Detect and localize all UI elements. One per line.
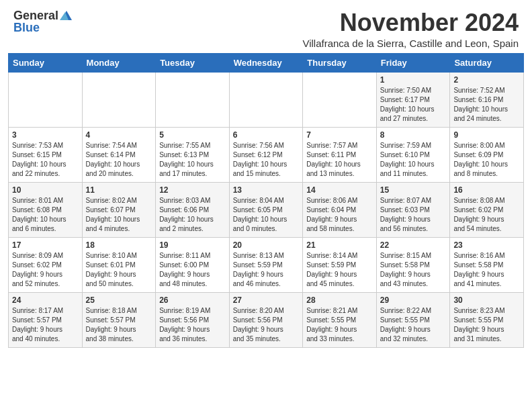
calendar-cell: 28Sunrise: 8:21 AM Sunset: 5:55 PM Dayli… [303, 292, 377, 347]
day-info: Sunrise: 8:02 AM Sunset: 6:07 PM Dayligh… [86, 196, 152, 234]
day-number: 14 [306, 185, 373, 195]
calendar-cell: 9Sunrise: 8:00 AM Sunset: 6:09 PM Daylig… [450, 127, 524, 182]
calendar-cell: 27Sunrise: 8:20 AM Sunset: 5:56 PM Dayli… [229, 292, 303, 347]
calendar-week-row: 17Sunrise: 8:09 AM Sunset: 6:02 PM Dayli… [9, 237, 524, 292]
day-number: 30 [453, 295, 520, 305]
day-number: 15 [380, 185, 447, 195]
calendar-cell: 4Sunrise: 7:54 AM Sunset: 6:14 PM Daylig… [82, 127, 156, 182]
calendar-week-row: 10Sunrise: 8:01 AM Sunset: 6:08 PM Dayli… [9, 182, 524, 237]
day-info: Sunrise: 8:08 AM Sunset: 6:02 PM Dayligh… [453, 196, 520, 234]
day-info: Sunrise: 8:04 AM Sunset: 6:05 PM Dayligh… [233, 196, 300, 234]
weekday-header: Saturday [450, 53, 524, 72]
calendar-cell: 12Sunrise: 8:03 AM Sunset: 6:06 PM Dayli… [156, 182, 230, 237]
day-number: 18 [86, 240, 152, 250]
calendar-cell: 17Sunrise: 8:09 AM Sunset: 6:02 PM Dayli… [9, 237, 83, 292]
calendar-cell: 14Sunrise: 8:06 AM Sunset: 6:04 PM Dayli… [303, 182, 377, 237]
day-number: 16 [453, 185, 520, 195]
calendar-cell: 2Sunrise: 7:52 AM Sunset: 6:16 PM Daylig… [450, 72, 524, 127]
calendar-cell: 15Sunrise: 8:07 AM Sunset: 6:03 PM Dayli… [376, 182, 450, 237]
day-info: Sunrise: 8:01 AM Sunset: 6:08 PM Dayligh… [12, 196, 79, 234]
day-info: Sunrise: 8:06 AM Sunset: 6:04 PM Dayligh… [306, 196, 373, 234]
calendar-cell [303, 72, 377, 127]
day-number: 5 [159, 130, 226, 140]
day-info: Sunrise: 8:19 AM Sunset: 5:56 PM Dayligh… [159, 306, 226, 344]
calendar-cell: 5Sunrise: 7:55 AM Sunset: 6:13 PM Daylig… [156, 127, 230, 182]
calendar-cell: 21Sunrise: 8:14 AM Sunset: 5:59 PM Dayli… [303, 237, 377, 292]
day-number: 3 [12, 130, 79, 140]
weekday-header: Friday [376, 53, 450, 72]
day-info: Sunrise: 8:11 AM Sunset: 6:00 PM Dayligh… [159, 251, 226, 289]
calendar-cell: 1Sunrise: 7:50 AM Sunset: 6:17 PM Daylig… [376, 72, 450, 127]
location-title: Villafranca de la Sierra, Castille and L… [72, 38, 519, 49]
calendar-cell: 6Sunrise: 7:56 AM Sunset: 6:12 PM Daylig… [229, 127, 303, 182]
weekday-header: Wednesday [229, 53, 303, 72]
day-number: 8 [380, 130, 447, 140]
day-info: Sunrise: 8:15 AM Sunset: 5:58 PM Dayligh… [380, 251, 447, 289]
day-info: Sunrise: 8:14 AM Sunset: 5:59 PM Dayligh… [306, 251, 373, 289]
calendar-cell: 13Sunrise: 8:04 AM Sunset: 6:05 PM Dayli… [229, 182, 303, 237]
calendar-cell: 24Sunrise: 8:17 AM Sunset: 5:57 PM Dayli… [9, 292, 83, 347]
day-number: 29 [380, 295, 447, 305]
day-info: Sunrise: 7:55 AM Sunset: 6:13 PM Dayligh… [159, 141, 226, 179]
day-info: Sunrise: 8:09 AM Sunset: 6:02 PM Dayligh… [12, 251, 79, 289]
day-info: Sunrise: 8:03 AM Sunset: 6:06 PM Dayligh… [159, 196, 226, 234]
weekday-header: Tuesday [156, 53, 230, 72]
calendar-cell: 8Sunrise: 7:59 AM Sunset: 6:10 PM Daylig… [376, 127, 450, 182]
calendar-cell: 30Sunrise: 8:23 AM Sunset: 5:55 PM Dayli… [450, 292, 524, 347]
calendar-cell: 25Sunrise: 8:18 AM Sunset: 5:57 PM Dayli… [82, 292, 156, 347]
day-number: 24 [12, 295, 79, 305]
calendar-cell [229, 72, 303, 127]
calendar-cell [9, 72, 83, 127]
day-number: 10 [12, 185, 79, 195]
day-number: 13 [233, 185, 300, 195]
day-number: 27 [233, 295, 300, 305]
calendar-cell: 26Sunrise: 8:19 AM Sunset: 5:56 PM Dayli… [156, 292, 230, 347]
calendar-cell: 11Sunrise: 8:02 AM Sunset: 6:07 PM Dayli… [82, 182, 156, 237]
day-number: 22 [380, 240, 447, 250]
calendar-cell: 7Sunrise: 7:57 AM Sunset: 6:11 PM Daylig… [303, 127, 377, 182]
day-info: Sunrise: 7:52 AM Sunset: 6:16 PM Dayligh… [453, 86, 520, 124]
day-info: Sunrise: 8:07 AM Sunset: 6:03 PM Dayligh… [380, 196, 447, 234]
day-info: Sunrise: 8:17 AM Sunset: 5:57 PM Dayligh… [12, 306, 79, 344]
day-info: Sunrise: 8:21 AM Sunset: 5:55 PM Dayligh… [306, 306, 373, 344]
day-number: 26 [159, 295, 226, 305]
day-info: Sunrise: 8:13 AM Sunset: 5:59 PM Dayligh… [233, 251, 300, 289]
day-info: Sunrise: 7:56 AM Sunset: 6:12 PM Dayligh… [233, 141, 300, 179]
page-container: General Blue November 2024 Villafranca d… [0, 0, 532, 356]
day-info: Sunrise: 8:16 AM Sunset: 5:58 PM Dayligh… [453, 251, 520, 289]
calendar-week-row: 1Sunrise: 7:50 AM Sunset: 6:17 PM Daylig… [9, 72, 524, 127]
logo: General Blue [13, 9, 72, 34]
day-number: 28 [306, 295, 373, 305]
calendar-cell: 18Sunrise: 8:10 AM Sunset: 6:01 PM Dayli… [82, 237, 156, 292]
day-number: 12 [159, 185, 226, 195]
day-number: 21 [306, 240, 373, 250]
calendar-cell [156, 72, 230, 127]
header: General Blue November 2024 Villafranca d… [0, 0, 532, 53]
day-number: 4 [86, 130, 152, 140]
day-info: Sunrise: 7:50 AM Sunset: 6:17 PM Dayligh… [380, 86, 447, 124]
logo-general-text: General [13, 9, 58, 21]
day-info: Sunrise: 8:00 AM Sunset: 6:09 PM Dayligh… [453, 141, 520, 179]
day-info: Sunrise: 7:59 AM Sunset: 6:10 PM Dayligh… [380, 141, 447, 179]
calendar-cell: 19Sunrise: 8:11 AM Sunset: 6:00 PM Dayli… [156, 237, 230, 292]
day-number: 25 [86, 295, 152, 305]
day-number: 6 [233, 130, 300, 140]
calendar-header-row: SundayMondayTuesdayWednesdayThursdayFrid… [9, 53, 524, 72]
calendar-cell: 16Sunrise: 8:08 AM Sunset: 6:02 PM Dayli… [450, 182, 524, 237]
calendar-cell: 20Sunrise: 8:13 AM Sunset: 5:59 PM Dayli… [229, 237, 303, 292]
logo-blue-text: Blue [13, 21, 40, 34]
day-info: Sunrise: 8:22 AM Sunset: 5:55 PM Dayligh… [380, 306, 447, 344]
day-number: 7 [306, 130, 373, 140]
weekday-header: Monday [82, 53, 156, 72]
calendar-cell: 22Sunrise: 8:15 AM Sunset: 5:58 PM Dayli… [376, 237, 450, 292]
day-info: Sunrise: 7:53 AM Sunset: 6:15 PM Dayligh… [12, 141, 79, 179]
weekday-header: Thursday [303, 53, 377, 72]
day-number: 11 [86, 185, 152, 195]
calendar-week-row: 24Sunrise: 8:17 AM Sunset: 5:57 PM Dayli… [9, 292, 524, 347]
day-number: 1 [380, 75, 447, 85]
day-number: 23 [453, 240, 520, 250]
day-number: 2 [453, 75, 520, 85]
calendar-cell: 3Sunrise: 7:53 AM Sunset: 6:15 PM Daylig… [9, 127, 83, 182]
day-info: Sunrise: 8:10 AM Sunset: 6:01 PM Dayligh… [86, 251, 152, 289]
day-number: 19 [159, 240, 226, 250]
